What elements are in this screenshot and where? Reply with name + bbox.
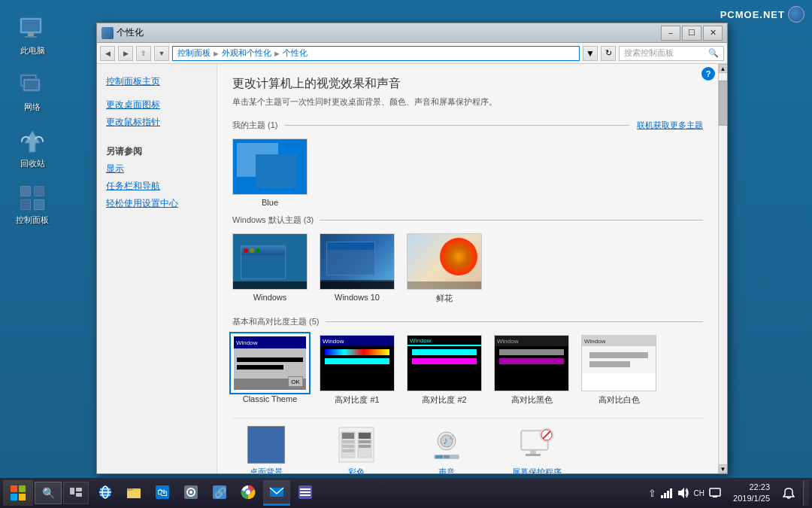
desktop-icon-computer[interactable]: 此电脑: [6, 15, 59, 56]
search-icon: 🔍: [708, 48, 719, 58]
svg-rect-19: [342, 433, 354, 439]
svg-rect-14: [21, 200, 30, 209]
sidebar-link-display[interactable]: 显示: [97, 160, 217, 178]
search-placeholder: 搜索控制面板: [624, 47, 674, 59]
theme-hcwhite[interactable]: Window 高对比白色: [581, 335, 656, 406]
forward-button[interactable]: ▶: [118, 46, 133, 61]
theme-windows-name: Windows: [253, 293, 287, 302]
theme-flowers[interactable]: 鲜花: [407, 233, 482, 304]
watermark-text: PCMOE.NET: [720, 9, 785, 20]
scroll-track[interactable]: [719, 73, 728, 464]
desktop-icon-control[interactable]: 控制面板: [6, 184, 59, 226]
tool-color[interactable]: 彩色 高对比度: [323, 426, 390, 473]
sidebar-link-mouse[interactable]: 更改鼠标指针: [97, 114, 217, 131]
theme-flowers-thumb: [407, 233, 482, 290]
tray-keyboard[interactable]: CH: [694, 489, 704, 497]
theme-hcblack-thumb: Window: [494, 335, 569, 391]
svg-rect-76: [710, 488, 720, 496]
sidebar-link-ease[interactable]: 轻松使用设置中心: [97, 195, 217, 212]
tray-volume[interactable]: [677, 488, 689, 498]
address-path[interactable]: 控制面板 ► 外观和个性化 ► 个性化: [172, 46, 580, 61]
tool-color-label[interactable]: 彩色: [348, 467, 365, 473]
up-button[interactable]: ⇧: [136, 46, 151, 61]
scroll-down[interactable]: ▼: [719, 464, 728, 473]
path-personalization[interactable]: 个性化: [283, 47, 308, 59]
tool-wallpaper-label[interactable]: 桌面背景: [250, 467, 283, 473]
theme-classic[interactable]: Window OK Classic Theme: [232, 335, 308, 406]
path-control[interactable]: 控制面板: [177, 47, 211, 59]
theme-blue-name: Blue: [262, 198, 278, 207]
path-appearance[interactable]: 外观和个性化: [222, 47, 271, 59]
settings-icon: [183, 485, 198, 500]
refresh-button[interactable]: ↻: [601, 46, 616, 61]
scroll-up[interactable]: ▲: [719, 64, 728, 73]
back-button[interactable]: ◀: [100, 46, 115, 61]
windows-themes-title: Windows 默认主题 (3): [232, 214, 314, 226]
taskbar-app-chrome[interactable]: [235, 480, 262, 506]
my-themes-header: 我的主题 (1) 联机获取更多主题: [232, 120, 703, 131]
tray-monitor[interactable]: [709, 488, 721, 498]
explorer-icon: [126, 485, 141, 500]
theme-hc1[interactable]: Window 高对比度 #1: [320, 335, 395, 406]
tool-sound[interactable]: ♪ ♫ 声音 Windows 默认: [413, 426, 480, 473]
desktop-icon-network[interactable]: 网络: [6, 71, 59, 113]
taskbar-app-settings[interactable]: [177, 480, 205, 506]
theme-hc2-name: 高对比度 #2: [422, 394, 466, 406]
taskbar-app-connect[interactable]: 🔗: [206, 480, 233, 506]
theme-classic-thumb: Window OK: [232, 335, 308, 391]
address-bar: ◀ ▶ ⇧ ▼ 控制面板 ► 外观和个性化 ► 个性化 ▼ ↻ 搜索控制面板 🔍: [97, 43, 727, 64]
svg-rect-25: [359, 440, 371, 443]
path-dropdown[interactable]: ▼: [583, 46, 598, 61]
taskbar-app-ie[interactable]: [92, 480, 119, 506]
tool-sound-label[interactable]: 声音: [438, 467, 455, 473]
personalization-window: 个性化 − ☐ ✕ ◀ ▶ ⇧ ▼ 控制面板 ► 外观和个性化 ► 个性化 ▼ …: [96, 23, 728, 474]
tray-network[interactable]: [661, 488, 673, 498]
taskbar-app-mail[interactable]: [263, 480, 290, 506]
tool-screensaver-label[interactable]: 屏幕保护程序: [512, 467, 562, 473]
online-themes-link[interactable]: 联机获取更多主题: [637, 120, 703, 131]
theme-hc2[interactable]: Window 高对比度 #2: [407, 335, 482, 406]
desktop-icon-recycle[interactable]: 回收站: [6, 128, 59, 169]
svg-rect-69: [300, 491, 311, 493]
theme-hcblack[interactable]: Window 高对比黑色: [494, 335, 569, 406]
bottom-tools: 桌面背景 纯色: [232, 418, 703, 473]
scroll-thumb[interactable]: [719, 81, 728, 126]
sidebar-link-desktop-icons[interactable]: 更改桌面图标: [97, 96, 217, 114]
tray-chevron[interactable]: ⇧: [648, 488, 656, 499]
taskbar-search-button[interactable]: 🔍: [35, 482, 62, 504]
theme-blue[interactable]: Blue: [232, 138, 308, 207]
misc-icon: [298, 485, 313, 500]
show-desktop-button[interactable]: [803, 480, 809, 506]
theme-windows[interactable]: Windows: [232, 233, 308, 304]
taskbar-task-view[interactable]: [63, 482, 89, 504]
tool-screensaver[interactable]: 屏幕保护程序 无: [503, 426, 571, 473]
theme-win10-thumb: [320, 233, 395, 290]
window-title: 个性化: [117, 26, 661, 39]
clock[interactable]: 22:23 2019/1/25: [729, 482, 774, 505]
desktop-icons: 此电脑 网络 回收站: [6, 15, 59, 226]
theme-win10[interactable]: Windows 10: [320, 233, 395, 304]
scrollbar[interactable]: ▲ ▼: [718, 64, 727, 473]
maximize-button[interactable]: ☐: [682, 26, 701, 41]
sidebar-link-taskbar[interactable]: 任务栏和导航: [97, 178, 217, 195]
taskbar-app-store[interactable]: 🛍: [149, 480, 176, 506]
window-body: 控制面板主页 更改桌面图标 更改鼠标指针 另请参阅 显示 任务栏和导航 轻松使用…: [97, 64, 727, 473]
recent-button[interactable]: ▼: [154, 46, 169, 61]
theme-windows-thumb: [232, 233, 308, 290]
sidebar-main-link[interactable]: 控制面板主页: [97, 73, 217, 90]
start-button[interactable]: [3, 480, 33, 506]
search-box[interactable]: 搜索控制面板 🔍: [619, 46, 724, 61]
theme-hc1-thumb: Window: [320, 335, 395, 391]
svg-rect-41: [11, 485, 17, 492]
svg-rect-22: [342, 449, 354, 452]
tool-wallpaper[interactable]: 桌面背景 纯色: [232, 426, 300, 473]
taskbar-app-explorer[interactable]: [120, 480, 147, 506]
close-button[interactable]: ✕: [703, 26, 723, 41]
help-button[interactable]: ?: [701, 67, 715, 81]
minimize-button[interactable]: −: [661, 26, 680, 41]
clock-time: 22:23: [749, 482, 770, 491]
notification-button[interactable]: [777, 480, 800, 506]
page-subtitle: 单击某个主题可一次性同时更改桌面背景、颜色、声音和屏幕保护程序。: [232, 96, 703, 108]
taskbar-app-misc[interactable]: [292, 480, 319, 506]
svg-rect-32: [435, 455, 443, 458]
